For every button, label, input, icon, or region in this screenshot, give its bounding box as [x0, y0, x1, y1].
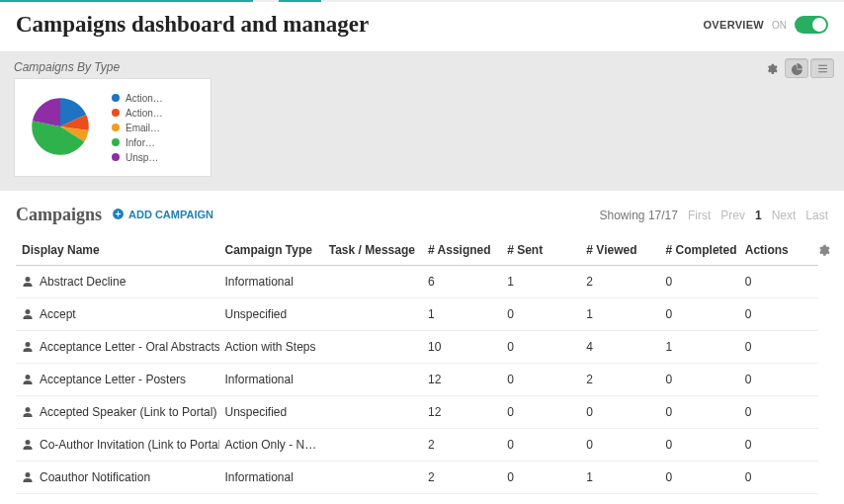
add-campaign-button[interactable]: ADD CAMPAIGN	[112, 208, 213, 220]
row-name: Co-Author Invitation (Link to Portal)	[40, 438, 219, 452]
campaigns-section: Campaigns ADD CAMPAIGN Showing 17/17 Fir…	[0, 191, 844, 494]
row-completed: 0	[660, 364, 739, 396]
row-completed: 0	[660, 462, 739, 494]
col-task[interactable]: Task / Message	[323, 235, 422, 266]
legend-swatch	[112, 94, 120, 102]
chart-section: Campaigns By Type Action…Action…Email…In…	[0, 52, 844, 191]
pie-icon	[791, 62, 803, 75]
row-completed: 0	[660, 266, 739, 298]
table-row[interactable]: Co-Author Invitation (Link to Portal)Act…	[16, 429, 818, 462]
row-task	[323, 429, 422, 462]
row-viewed: 0	[580, 396, 659, 429]
chart-settings-button[interactable]	[759, 58, 783, 78]
row-task	[323, 298, 422, 331]
row-viewed: 2	[580, 266, 659, 298]
table-settings-button[interactable]	[816, 243, 830, 260]
row-viewed: 0	[580, 429, 659, 462]
pagination: Showing 17/17 First Prev 1 Next Last	[600, 209, 828, 222]
pager-first[interactable]: First	[688, 209, 711, 222]
row-sent: 1	[501, 266, 580, 298]
legend-item[interactable]: Infor…	[112, 137, 163, 148]
pie-chart-card: Action…Action…Email…Infor…Unsp…	[14, 78, 211, 177]
col-completed[interactable]: # Completed	[660, 235, 739, 266]
row-actions: 0	[739, 331, 818, 364]
person-icon	[22, 471, 34, 483]
header-controls: OVERVIEW ON	[704, 16, 829, 34]
row-sent: 0	[501, 429, 580, 462]
gear-icon	[816, 243, 830, 257]
chart-list-view-button[interactable]	[810, 58, 834, 78]
chart-pie-view-button[interactable]	[785, 58, 808, 78]
row-name: Acceptance Letter - Posters	[40, 373, 186, 386]
legend-label: Action…	[126, 108, 163, 119]
col-viewed[interactable]: # Viewed	[580, 235, 659, 266]
table-row[interactable]: Coauthor NotificationInformational20100	[16, 462, 818, 494]
legend-item[interactable]: Unsp…	[112, 152, 163, 163]
table-row[interactable]: AcceptUnspecified10100	[16, 298, 818, 331]
chart-view-controls	[759, 58, 834, 78]
row-type: Unspecified	[219, 396, 323, 429]
person-icon	[22, 439, 34, 451]
chart-legend: Action…Action…Email…Infor…Unsp…	[112, 93, 163, 163]
legend-item[interactable]: Action…	[112, 108, 163, 119]
row-assigned: 10	[422, 331, 501, 364]
row-assigned: 2	[422, 462, 501, 494]
row-completed: 0	[660, 298, 739, 331]
row-name: Accept	[40, 307, 76, 321]
person-icon	[22, 276, 34, 288]
plus-circle-icon	[112, 208, 125, 220]
legend-label: Infor…	[126, 137, 155, 148]
person-icon	[22, 406, 34, 418]
pager-next[interactable]: Next	[772, 209, 797, 222]
pager-prev[interactable]: Prev	[720, 209, 745, 222]
person-icon	[22, 374, 34, 385]
table-row[interactable]: Abstract DeclineInformational61200	[16, 266, 818, 298]
list-icon	[816, 62, 829, 75]
col-display-name[interactable]: Display Name	[16, 235, 219, 266]
table-row[interactable]: Acceptance Letter - PostersInformational…	[16, 364, 818, 396]
campaigns-header: Campaigns ADD CAMPAIGN Showing 17/17 Fir…	[16, 205, 828, 225]
col-assigned[interactable]: # Assigned	[422, 235, 501, 266]
legend-item[interactable]: Email…	[112, 123, 163, 133]
row-actions: 0	[739, 266, 818, 298]
row-type: Informational	[219, 266, 323, 298]
col-sent[interactable]: # Sent	[501, 235, 580, 266]
row-actions: 0	[739, 462, 818, 494]
legend-swatch	[112, 124, 120, 131]
table-row[interactable]: Accepted Speaker (Link to Portal)Unspeci…	[16, 396, 818, 429]
row-name: Acceptance Letter - Oral Abstracts	[40, 340, 219, 354]
row-actions: 0	[739, 298, 818, 331]
row-name: Abstract Decline	[40, 275, 126, 289]
legend-swatch	[112, 109, 120, 117]
pie-chart	[25, 91, 96, 165]
pager-last[interactable]: Last	[805, 209, 828, 222]
row-assigned: 1	[422, 298, 501, 331]
row-completed: 0	[660, 396, 739, 429]
row-actions: 0	[739, 429, 818, 462]
col-actions[interactable]: Actions	[739, 235, 818, 266]
row-type: Unspecified	[219, 298, 323, 331]
legend-item[interactable]: Action…	[112, 93, 163, 104]
row-sent: 0	[501, 331, 580, 364]
legend-label: Action…	[126, 93, 163, 104]
page-header: Campaigns dashboard and manager OVERVIEW…	[0, 2, 844, 52]
row-actions: 0	[739, 364, 818, 396]
row-sent: 0	[501, 396, 580, 429]
table-header-row: Display Name Campaign Type Task / Messag…	[16, 235, 818, 266]
row-completed: 0	[660, 429, 739, 462]
row-viewed: 1	[580, 462, 659, 494]
table-row[interactable]: Acceptance Letter - Oral AbstractsAction…	[16, 331, 818, 364]
row-type: Informational	[219, 462, 323, 494]
campaigns-table: Display Name Campaign Type Task / Messag…	[16, 235, 818, 494]
row-assigned: 6	[422, 266, 501, 298]
row-task	[323, 462, 422, 494]
add-campaign-label: ADD CAMPAIGN	[128, 209, 213, 220]
row-task	[323, 266, 422, 298]
row-actions: 0	[739, 396, 818, 429]
campaigns-table-wrap: Display Name Campaign Type Task / Messag…	[16, 235, 828, 494]
toggle-on-label: ON	[772, 20, 787, 31]
col-campaign-type[interactable]: Campaign Type	[219, 235, 323, 266]
row-task	[323, 331, 422, 364]
row-assigned: 12	[422, 364, 501, 396]
overview-toggle[interactable]	[795, 16, 828, 34]
